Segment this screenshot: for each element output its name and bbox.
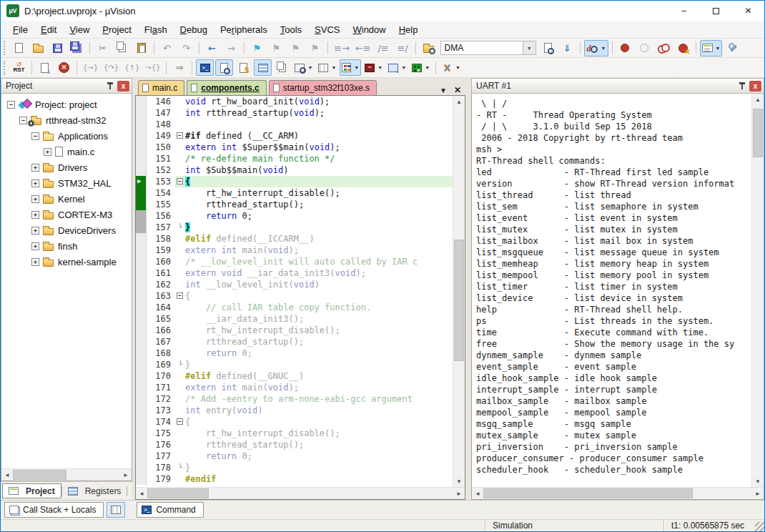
command-tab[interactable]: Command [137,502,203,518]
indent-button[interactable]: ≡→ [332,40,352,56]
dropdown-caret-icon[interactable]: ▼ [455,65,460,70]
scroll-down-icon[interactable]: ▼ [752,476,764,487]
uart-hscrollbar[interactable]: ◄ ► [472,487,764,499]
menu-debug[interactable]: Debug [174,22,214,37]
cut-button[interactable]: ✂ [94,40,112,56]
pin-icon[interactable] [738,82,746,90]
expand-icon[interactable]: + [31,258,39,266]
stop-button[interactable] [55,59,73,76]
minimize-button[interactable]: – [668,1,700,21]
expand-icon[interactable]: + [31,227,39,235]
expand-icon[interactable]: + [31,179,39,187]
redo-button[interactable]: ↷ [177,40,195,56]
editor-tab-components-c[interactable]: components.c [187,80,266,95]
debug-find-button[interactable]: d▼ [584,40,608,56]
save-button[interactable] [49,40,66,56]
new-file-button[interactable] [10,40,28,56]
next-bookmark-button[interactable]: ⚑ [287,40,305,56]
call-stack-tab[interactable]: Call Stack + Locals [4,502,104,518]
fold-collapse-icon[interactable]: − [175,176,185,187]
expand-icon[interactable]: + [31,195,39,203]
collapse-icon[interactable]: − [19,117,27,124]
peripherals-button[interactable]: ▼ [410,59,432,76]
fold-collapse-icon[interactable]: − [175,290,185,302]
disassembly-window-button[interactable] [215,59,233,76]
tree-item-project-project[interactable]: −Project: project [1,97,132,112]
tree-item-drivers[interactable]: +Drivers [1,159,132,175]
fold-collapse-icon[interactable]: − [175,416,185,428]
editor-hscrollbar[interactable]: ◄ ► [136,487,465,499]
menu-peripherals[interactable]: Peripherals [214,22,274,37]
symbol-window-button[interactable] [235,59,252,76]
expand-icon[interactable]: + [31,164,39,172]
close-file-icon[interactable]: ✕ [454,85,461,95]
dropdown-caret-icon[interactable]: ▼ [716,46,721,51]
unindent-button[interactable]: ←≡ [353,40,373,56]
memory-window-button[interactable] [107,502,125,518]
menu-project[interactable]: Project [96,22,137,37]
scroll-left-icon[interactable]: ◄ [136,488,147,499]
search-combo-value[interactable]: DMA [440,41,523,55]
toolbar-grip[interactable] [4,41,6,55]
editor-tab-main-c[interactable]: main.c [138,80,184,95]
expand-icon[interactable]: + [44,148,51,156]
memory-window-button[interactable]: ▼ [316,59,338,76]
step-over-button[interactable]: {↷} [102,59,121,76]
logic-analyzer-button[interactable]: ▼ [362,59,385,76]
dropdown-caret-icon[interactable]: ▼ [601,46,606,51]
save-all-button[interactable] [68,40,86,56]
menu-file[interactable]: File [6,22,34,37]
kill-all-breakpoints-button[interactable] [674,40,692,56]
copy-button[interactable] [113,40,131,56]
dropdown-caret-icon[interactable]: ▼ [354,65,359,70]
pin-icon[interactable] [106,82,114,90]
find-in-files-2-button[interactable] [539,40,557,56]
project-panel-close-icon[interactable]: x [117,81,129,92]
toolbox-button[interactable]: ▼ [440,59,463,76]
scroll-right-icon[interactable]: ► [120,469,132,481]
toolbar-grip[interactable] [4,61,6,75]
run-button[interactable] [36,59,54,76]
show-next-statement-button[interactable]: ⇒ [170,59,188,76]
collapse-icon[interactable]: − [31,132,39,140]
editor-vscrollbar[interactable]: ▲ ▼ [453,96,465,487]
call-stack-window-button[interactable] [273,59,291,76]
resize-grip[interactable] [755,522,764,531]
scroll-right-icon[interactable]: ► [752,488,764,499]
tree-item-cortex-m3[interactable]: +CORTEX-M3 [1,207,132,222]
maximize-button[interactable] [700,1,732,21]
clear-bookmarks-button[interactable]: ⚑ [306,40,324,56]
code-editor[interactable]: 146void rt_hw_board_init(void);147int rt… [136,96,453,487]
project-hscrollbar[interactable]: ◄ ► [1,468,132,481]
system-viewer-button[interactable]: ▼ [386,59,408,76]
navigate-back-button[interactable]: ← [203,40,221,56]
find-in-files-button[interactable] [420,40,438,56]
insert-breakpoint-button[interactable] [616,40,634,56]
disable-all-breakpoints-button[interactable] [655,40,673,56]
previous-bookmark-button[interactable]: ⚑ [267,40,285,56]
uart-vscrollbar[interactable]: ▲ ▼ [751,94,764,487]
insert-bookmark-button[interactable]: ⚑ [248,40,266,56]
navigate-forward-button[interactable]: → [222,40,240,56]
enable-breakpoint-button[interactable] [636,40,653,56]
tree-item-kernel[interactable]: +Kernel [1,191,132,207]
scroll-up-icon[interactable]: ▲ [453,96,465,107]
side-tab-registers[interactable]: Registers [62,483,127,498]
run-to-cursor-button[interactable]: →{} [143,59,162,76]
command-window-button[interactable] [196,59,214,76]
tree-item-devicedrivers[interactable]: +DeviceDrivers [1,222,132,238]
close-button[interactable]: ✕ [732,1,764,21]
tree-item-applications[interactable]: −Applications [1,128,132,144]
comment-button[interactable]: /≡ [375,40,393,56]
uncomment-button[interactable]: ≡/ [394,40,412,56]
menu-view[interactable]: View [63,22,96,37]
fold-collapse-icon[interactable]: − [175,130,185,142]
tab-list-dropdown-icon[interactable]: ▼ [440,87,447,94]
dropdown-caret-icon[interactable]: ▼ [425,65,430,70]
expand-icon[interactable]: + [31,242,39,250]
dropdown-caret-icon[interactable]: ▼ [401,65,406,70]
collapse-icon[interactable]: − [7,101,15,109]
scroll-left-icon[interactable]: ◄ [1,469,13,481]
open-file-button[interactable] [29,40,47,56]
dropdown-caret-icon[interactable]: ▼ [307,65,312,70]
